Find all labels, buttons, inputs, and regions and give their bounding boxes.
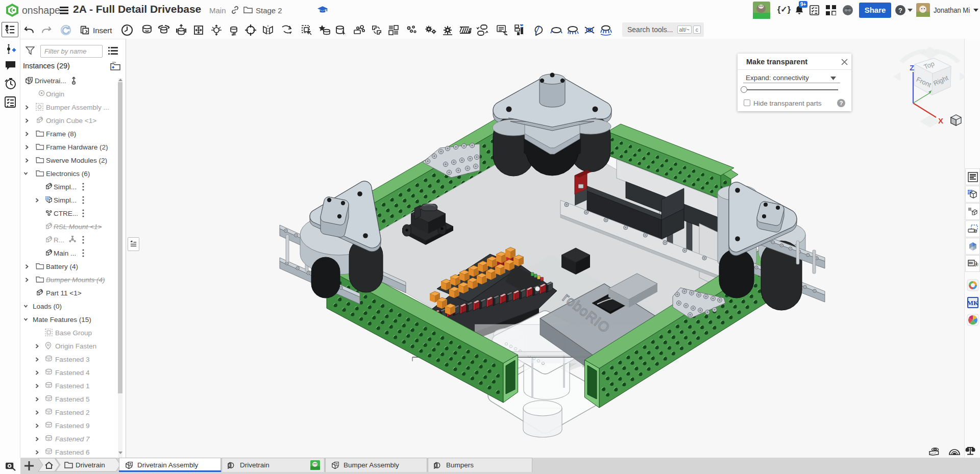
svg-text:Z: Z — [910, 63, 914, 72]
svg-text:X: X — [938, 116, 943, 125]
svg-text:onshape: onshape — [22, 5, 60, 16]
svg-text:MK: MK — [967, 299, 978, 307]
svg-text:?: ? — [898, 7, 902, 14]
svg-text:x): x) — [975, 262, 978, 266]
